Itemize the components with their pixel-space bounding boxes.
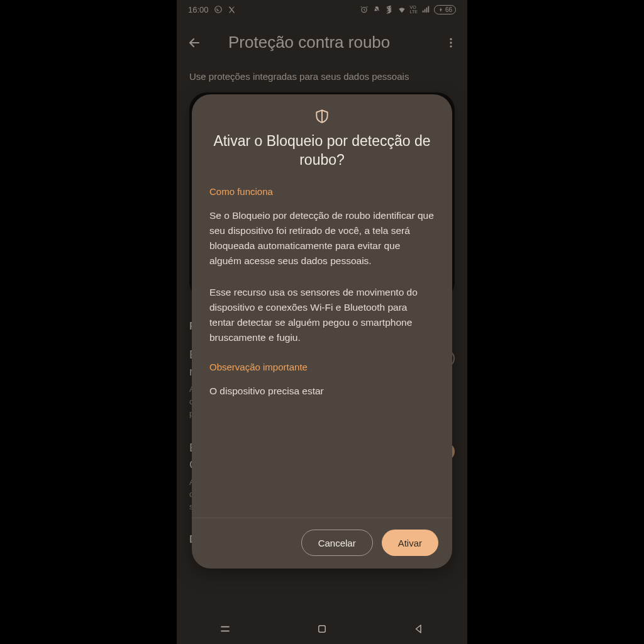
system-nav-bar xyxy=(177,614,467,644)
dialog-how-heading: Como funciona xyxy=(209,186,435,197)
svg-rect-5 xyxy=(319,626,326,633)
nav-recents-icon[interactable] xyxy=(218,622,232,636)
phone-frame: 16:00 VOLTE xyxy=(177,0,467,644)
dialog-body: Ativar o Bloqueio por detecção de roubo?… xyxy=(192,94,452,518)
cancel-button[interactable]: Cancelar xyxy=(301,530,373,556)
dialog-paragraph: Se o Bloqueio por detecção de roubo iden… xyxy=(209,208,435,269)
confirmation-dialog: Ativar o Bloqueio por detecção de roubo?… xyxy=(192,94,452,569)
nav-home-icon[interactable] xyxy=(315,622,329,636)
dialog-paragraph: Esse recurso usa os sensores de moviment… xyxy=(209,285,435,345)
dialog-note-heading: Observação importante xyxy=(209,362,435,372)
activate-button[interactable]: Ativar xyxy=(382,530,438,556)
nav-back-icon[interactable] xyxy=(412,622,426,636)
dialog-paragraph: O dispositivo precisa estar xyxy=(209,384,435,399)
dialog-title: Ativar o Bloqueio por detecção de roubo? xyxy=(209,132,435,170)
dialog-actions: Cancelar Ativar xyxy=(192,518,452,569)
shield-icon xyxy=(209,108,435,125)
